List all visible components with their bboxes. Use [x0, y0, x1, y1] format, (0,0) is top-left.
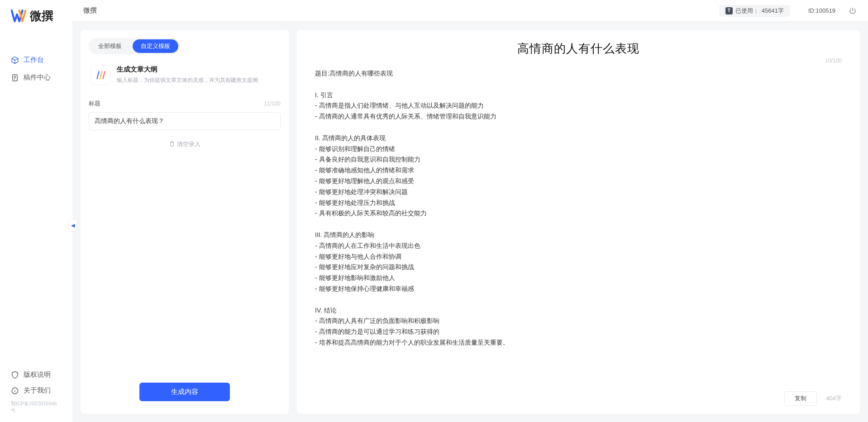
logo-icon	[11, 9, 26, 23]
doc-footer: 复制 404字	[315, 386, 842, 406]
tab-custom-templates[interactable]: 自定义模板	[133, 39, 178, 53]
usage-badge[interactable]: T 已使用： 45641字	[719, 5, 790, 17]
template-title: 生成文章大纲	[117, 65, 258, 74]
user-id: ID:100519	[808, 7, 835, 14]
usage-value: 45641字	[762, 7, 784, 15]
clear-label: 清空录入	[177, 140, 200, 148]
template-tabs: 全部模板 自定义模板	[89, 38, 180, 54]
doc-header: 高情商的人有什么表现 10/100	[315, 41, 842, 57]
logo[interactable]: 微撰	[0, 8, 72, 51]
doc-body[interactable]: 题目:高情商的人有哪些表现 I. 引言 - 高情商是指人们处理情绪、与他人互动以…	[315, 68, 842, 386]
nav-item-label: 稿件中心	[24, 73, 51, 82]
nav-item-copyright[interactable]: 版权说明	[0, 367, 72, 383]
nav-item-label: 版权说明	[24, 370, 51, 379]
clear-input-button[interactable]: 清空录入	[89, 140, 281, 148]
nav-item-label: 关于我们	[24, 386, 51, 395]
info-icon	[11, 387, 19, 395]
title-field-label: 标题	[89, 100, 100, 108]
word-count: 404字	[826, 394, 842, 403]
trash-icon	[169, 141, 175, 148]
icp-text: 鄂ICP备2022016946号	[0, 398, 72, 414]
generate-button[interactable]: 生成内容	[139, 383, 230, 401]
nav-item-about[interactable]: 关于我们	[0, 383, 72, 398]
sidebar: 微撰 工作台 稿件中心 版权说明	[0, 0, 72, 422]
sidebar-bottom: 版权说明 关于我们 鄂ICP备2022016946号	[0, 367, 72, 417]
shield-icon	[11, 371, 19, 379]
logo-text: 微撰	[30, 8, 53, 24]
doc-title: 高情商的人有什么表现	[315, 41, 842, 57]
text-icon: T	[725, 7, 733, 14]
output-panel: 高情商的人有什么表现 10/100 题目:高情商的人有哪些表现 I. 引言 - …	[297, 30, 860, 414]
collapse-sidebar-button[interactable]: ◀	[69, 219, 77, 231]
topbar: 微撰 T 已使用： 45641字 ID:100519	[72, 0, 868, 22]
tab-all-templates[interactable]: 全部模板	[90, 39, 130, 53]
copy-button[interactable]: 复制	[784, 391, 817, 406]
page-title: 微撰	[83, 6, 97, 15]
template-card: 生成文章大纲 输入标题，为你提供文章主体的灵感，并为其创建推文提纲	[89, 62, 281, 93]
title-input[interactable]	[89, 112, 281, 130]
power-button[interactable]	[848, 6, 857, 15]
cube-icon	[11, 56, 19, 64]
nav-item-label: 工作台	[24, 56, 44, 64]
nav-item-drafts[interactable]: 稿件中心	[0, 69, 72, 86]
template-desc: 输入标题，为你提供文章主体的灵感，并为其创建推文提纲	[117, 76, 258, 84]
doc-title-counter: 10/100	[825, 57, 842, 64]
workspace: 全部模板 自定义模板 生成文章大纲 输入标题，为你提供文章主体的灵感，并为其创建…	[72, 22, 868, 422]
nav-item-workspace[interactable]: 工作台	[0, 51, 72, 69]
usage-label: 已使用：	[735, 7, 759, 15]
main: 微撰 T 已使用： 45641字 ID:100519 全部模板 自定义模板	[72, 0, 868, 422]
doc-icon	[11, 74, 19, 82]
input-panel: 全部模板 自定义模板 生成文章大纲 输入标题，为你提供文章主体的灵感，并为其创建…	[81, 30, 289, 414]
title-field-counter: 11/100	[264, 100, 281, 107]
chevron-left-icon: ◀	[71, 223, 75, 228]
template-thumb-icon	[91, 65, 110, 85]
nav-list: 工作台 稿件中心	[0, 51, 72, 367]
